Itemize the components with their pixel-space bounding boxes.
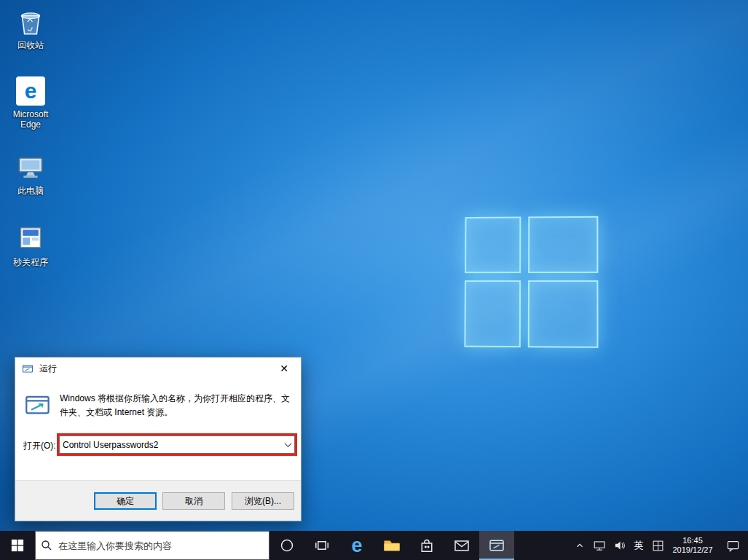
desktop: 回收站 e Microsoft Edge 此电脑 秒关程序: [0, 0, 748, 560]
tray-ime-button[interactable]: [647, 531, 668, 560]
run-icon: [25, 392, 51, 418]
program-window-icon: [15, 223, 47, 255]
taskbar-spacer: [514, 531, 570, 560]
desktop-icon-label: 秒关程序: [4, 257, 57, 267]
desktop-icon-label: 回收站: [4, 40, 57, 50]
action-center-button[interactable]: [717, 531, 748, 560]
desktop-icon-program[interactable]: 秒关程序: [4, 223, 57, 267]
computer-icon: [15, 151, 47, 184]
windows-logo-pane: [528, 280, 599, 348]
edge-taskbar-button[interactable]: e: [339, 531, 374, 560]
desktop-icon-microsoft-edge[interactable]: e Microsoft Edge: [4, 75, 57, 130]
desktop-icon-label: 此电脑: [4, 186, 57, 196]
search-icon: [40, 539, 53, 552]
run-dialog-titlebar[interactable]: 运行 ✕: [15, 358, 301, 379]
taskbar-search-box[interactable]: [35, 531, 269, 560]
windows-logo-pane: [528, 216, 598, 273]
mail-icon: [453, 537, 471, 554]
tray-language-indicator[interactable]: 英: [630, 531, 647, 560]
red-highlight-box: [57, 433, 297, 456]
run-dialog-title: 运行: [39, 363, 57, 375]
tray-clock[interactable]: 16:45 2019/12/27: [668, 531, 717, 560]
search-input[interactable]: [58, 540, 264, 551]
wallpaper-windows-logo: [464, 216, 604, 352]
run-dialog-taskbar-button[interactable]: [479, 531, 514, 560]
browse-button[interactable]: 浏览(B)...: [232, 492, 294, 510]
close-icon[interactable]: ✕: [267, 358, 301, 379]
volume-icon: [613, 539, 626, 552]
run-command-input[interactable]: [60, 436, 281, 453]
task-view-icon: [313, 537, 331, 554]
desktop-icon-recycle-bin[interactable]: 回收站: [4, 6, 57, 50]
tray-date: 2019/12/27: [672, 545, 712, 555]
windows-logo-pane: [464, 280, 521, 347]
combobox-dropdown-button[interactable]: [281, 436, 294, 453]
folder-icon: [382, 536, 401, 555]
mail-button[interactable]: [444, 531, 479, 560]
tray-volume-button[interactable]: [610, 531, 630, 560]
cancel-button[interactable]: 取消: [162, 492, 225, 510]
run-dialog: 运行 ✕ Windows 将根据你所输入的名称，为你打开相应的程序、文件夹、文档…: [15, 357, 302, 521]
run-window-icon: [488, 537, 505, 554]
ime-icon: [652, 540, 664, 552]
action-center-icon: [726, 539, 740, 553]
file-explorer-button[interactable]: [374, 531, 409, 560]
edge-icon: e: [15, 75, 47, 107]
network-icon: [593, 539, 606, 552]
windows-logo-pane: [465, 217, 521, 274]
cortana-button[interactable]: [269, 531, 304, 560]
chevron-down-icon: [284, 440, 291, 447]
tray-network-button[interactable]: [589, 531, 610, 560]
edge-icon: e: [351, 536, 362, 556]
desktop-icon-this-pc[interactable]: 此电脑: [4, 151, 57, 196]
start-button[interactable]: [0, 531, 35, 560]
recycle-bin-icon: [15, 6, 47, 38]
ok-button[interactable]: 确定: [94, 492, 157, 510]
run-icon: [22, 363, 34, 374]
store-button[interactable]: [409, 531, 444, 560]
tray-time: 16:45: [682, 536, 703, 545]
run-dialog-description: Windows 将根据你所输入的名称，为你打开相应的程序、文件夹、文档或 Int…: [60, 392, 297, 419]
task-view-button[interactable]: [304, 531, 339, 560]
chevron-up-icon: [575, 540, 585, 551]
run-dialog-footer: 确定 取消 浏览(B)...: [15, 480, 301, 521]
tray-show-hidden-icons-button[interactable]: [570, 531, 589, 560]
run-command-combobox[interactable]: [59, 435, 295, 454]
store-bag-icon: [418, 537, 436, 554]
desktop-icon-label: Microsoft Edge: [4, 109, 57, 130]
taskbar: e: [0, 531, 748, 560]
cortana-icon: [278, 537, 296, 554]
windows-start-icon: [10, 538, 25, 553]
open-label: 打开(O):: [23, 440, 56, 452]
